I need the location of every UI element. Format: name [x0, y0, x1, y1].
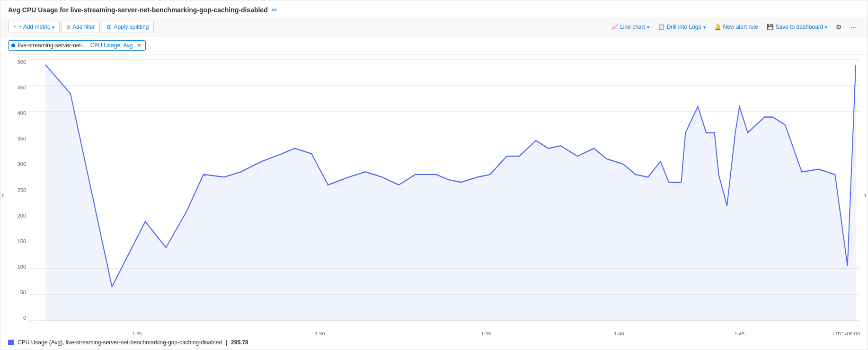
- title-bar: Avg CPU Usage for live-streaming-server-…: [0, 0, 868, 18]
- metric-tag-row: live-streaming-server-net-... CPU Usage,…: [0, 36, 868, 55]
- toolbar-right: 📈 Line chart ▾ 📋 Drill into Logs ▾ 🔔 New…: [607, 21, 860, 33]
- drill-logs-icon: 📋: [658, 24, 665, 30]
- drill-logs-caret: ▾: [703, 25, 706, 30]
- apply-splitting-label: Apply splitting: [114, 24, 149, 30]
- add-metric-label: + Add metric: [18, 24, 50, 30]
- chart-area-fill: [45, 65, 856, 321]
- metric-tag[interactable]: live-streaming-server-net-... CPU Usage,…: [8, 40, 146, 51]
- new-alert-rule-button[interactable]: 🔔 New alert rule: [710, 21, 762, 33]
- legend-color-box: [8, 340, 14, 345]
- y-axis-label: 450: [5, 85, 26, 90]
- metric-tag-close-icon[interactable]: ✕: [137, 42, 142, 49]
- x-axis-label: 1:25: [132, 331, 142, 335]
- line-chart-caret: ▾: [647, 25, 649, 30]
- toolbar-left: + + Add metric ▾ ⧖ Add filter ⊞ Apply sp…: [8, 21, 605, 33]
- line-chart-label: Line chart: [620, 24, 645, 30]
- metric-tag-dot: [11, 44, 15, 47]
- new-alert-rule-label: New alert rule: [723, 24, 758, 30]
- chart-area: ‹ › 050100150200250300350400450500 1:251…: [0, 55, 868, 335]
- x-axis-label: 1:30: [315, 331, 325, 335]
- add-filter-label: Add filter: [72, 24, 95, 30]
- metric-agg-text: Avg: [123, 42, 133, 49]
- metric-name-label: CPU Usage, Avg: [90, 42, 133, 49]
- y-axis-label: 0: [5, 315, 26, 321]
- drill-into-logs-button[interactable]: 📋 Drill into Logs ▾: [654, 21, 709, 33]
- line-chart-button[interactable]: 📈 Line chart ▾: [607, 21, 653, 33]
- toolbar: + + Add metric ▾ ⧖ Add filter ⊞ Apply sp…: [0, 18, 868, 36]
- x-axis-label: 1:45: [735, 331, 744, 335]
- y-axis-label: 400: [5, 111, 26, 116]
- chart-nav-left-button[interactable]: ‹: [1, 190, 4, 200]
- y-axis-label: 350: [5, 136, 26, 141]
- more-options-button[interactable]: ···: [847, 21, 860, 33]
- line-chart-icon: 📈: [611, 24, 618, 30]
- y-axis-label: 150: [5, 239, 26, 244]
- x-axis-label: 1:40: [614, 331, 624, 335]
- settings-button[interactable]: ⚙: [832, 21, 846, 33]
- utc-label: UTC+08:00: [833, 331, 860, 335]
- add-metric-button[interactable]: + + Add metric ▾: [8, 21, 60, 33]
- save-dashboard-caret: ▾: [825, 25, 827, 30]
- apply-splitting-button[interactable]: ⊞ Apply splitting: [102, 21, 154, 33]
- chart-nav-right-button[interactable]: ›: [864, 190, 867, 200]
- add-metric-icon: +: [13, 24, 17, 30]
- save-to-dashboard-button[interactable]: 💾 Save to dashboard ▾: [763, 21, 832, 33]
- save-icon: 💾: [767, 24, 774, 30]
- y-axis-label: 100: [5, 264, 26, 270]
- legend-row: CPU Usage (Avg), live-streaming-server-n…: [0, 335, 868, 350]
- drill-into-logs-label: Drill into Logs: [667, 24, 701, 30]
- main-container: Avg CPU Usage for live-streaming-server-…: [0, 0, 868, 350]
- x-axis-label: 1:35: [481, 331, 491, 335]
- legend-separator: |: [226, 339, 227, 346]
- page-title: Avg CPU Usage for live-streaming-server-…: [8, 6, 268, 14]
- edit-title-icon[interactable]: ✏: [272, 6, 277, 14]
- y-axis-label: 500: [5, 60, 26, 65]
- metric-resource-label: live-streaming-server-net-...: [18, 42, 88, 49]
- y-axis-label: 250: [5, 188, 26, 193]
- y-axis-label: 200: [5, 213, 26, 219]
- legend-series-label: CPU Usage (Avg), live-streaming-server-n…: [18, 339, 222, 346]
- chart-svg: [29, 60, 860, 321]
- legend-value: 295.78: [231, 339, 248, 346]
- add-metric-caret: ▾: [52, 25, 54, 30]
- save-to-dashboard-label: Save to dashboard: [776, 24, 824, 30]
- splitting-icon: ⊞: [107, 24, 112, 30]
- y-axis-label: 300: [5, 162, 26, 167]
- metric-metric-text: CPU Usage: [90, 42, 120, 49]
- y-axis-labels: 050100150200250300350400450500: [5, 60, 26, 321]
- y-axis-label: 50: [5, 290, 26, 295]
- filter-icon: ⧖: [67, 24, 71, 30]
- alert-icon: 🔔: [714, 24, 721, 30]
- add-filter-button[interactable]: ⧖ Add filter: [62, 21, 100, 33]
